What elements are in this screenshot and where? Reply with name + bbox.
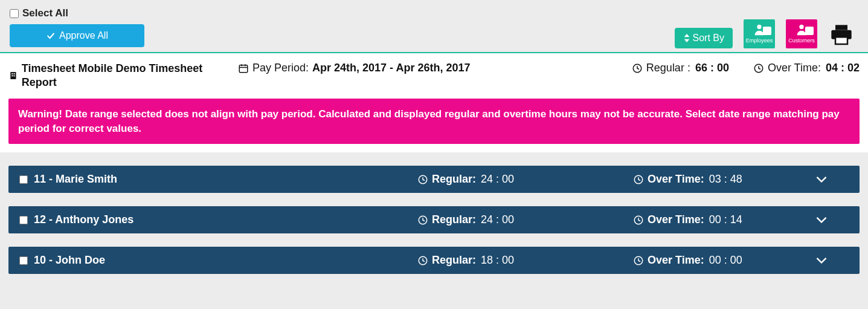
summary-regular-label: Regular : — [646, 62, 690, 74]
regular-label: Regular: — [432, 173, 476, 186]
summary-overtime-value: 04 : 02 — [826, 62, 860, 74]
svg-rect-6 — [835, 37, 847, 44]
select-all-checkbox[interactable] — [10, 9, 19, 18]
check-icon — [46, 31, 56, 41]
report-title: Timesheet Mobile Demo Timesheet Report — [8, 62, 214, 90]
warning-banner: Warning! Date range selected does not al… — [8, 99, 860, 145]
svg-point-2 — [757, 25, 761, 29]
svg-rect-8 — [11, 73, 13, 74]
regular-value: 24 : 00 — [481, 173, 514, 186]
export-employees-button[interactable]: Employees — [744, 19, 775, 48]
svg-rect-9 — [14, 73, 15, 74]
excel-icon — [763, 27, 771, 35]
overtime-value: 03 : 48 — [709, 173, 742, 186]
clock-icon — [417, 174, 428, 185]
pay-period-value: Apr 24th, 2017 - Apr 26th, 2017 — [312, 62, 470, 74]
approve-all-button[interactable]: Approve All — [10, 24, 144, 47]
clock-icon — [633, 215, 644, 226]
excel-icon — [805, 27, 814, 35]
clock-icon — [633, 255, 644, 266]
employee-row[interactable]: 12 - Anthony Jones Regular: 24 : 00 Over… — [8, 206, 860, 233]
summary-regular-value: 66 : 00 — [695, 62, 729, 74]
summary-overtime-label: Over Time: — [768, 62, 821, 74]
employee-row[interactable]: 10 - John Doe Regular: 18 : 00 Over Time… — [8, 247, 860, 274]
employee-name: 12 - Anthony Jones — [34, 213, 133, 226]
svg-marker-1 — [684, 39, 689, 42]
regular-label: Regular: — [432, 213, 476, 226]
overtime-label: Over Time: — [648, 213, 704, 226]
select-all-label: Select All — [22, 7, 68, 19]
clock-icon — [417, 255, 428, 266]
employee-checkbox[interactable] — [19, 175, 28, 184]
top-controls: Select All Approve All Sort By Employees… — [0, 0, 868, 52]
summary-overtime: Over Time: 04 : 02 — [753, 62, 860, 74]
building-icon — [8, 70, 18, 81]
svg-rect-10 — [11, 76, 13, 77]
svg-rect-7 — [10, 72, 16, 79]
svg-point-3 — [799, 25, 803, 29]
right-actions: Sort By Employees Customers — [675, 19, 855, 48]
summary-regular: Regular : 66 : 00 — [632, 62, 729, 74]
svg-rect-4 — [835, 25, 847, 30]
chevron-down-icon[interactable] — [815, 216, 828, 224]
employee-row[interactable]: 11 - Marie Smith Regular: 24 : 00 Over T… — [8, 166, 860, 193]
warning-text: Warning! Date range selected does not al… — [18, 108, 840, 134]
print-button[interactable] — [828, 22, 855, 48]
regular-value: 18 : 00 — [481, 254, 514, 267]
select-all-row: Select All — [10, 7, 858, 19]
summary-row: Timesheet Mobile Demo Timesheet Report P… — [8, 62, 860, 90]
regular-value: 24 : 00 — [481, 213, 514, 226]
regular-label: Regular: — [432, 254, 476, 267]
overtime-label: Over Time: — [648, 254, 704, 267]
export-customers-label: Customers — [788, 37, 815, 44]
sort-by-label: Sort By — [693, 33, 724, 44]
employee-name: 10 - John Doe — [34, 254, 105, 267]
overtime-label: Over Time: — [648, 173, 704, 186]
employee-name: 11 - Marie Smith — [34, 173, 117, 186]
chevron-down-icon[interactable] — [815, 256, 828, 265]
clock-icon — [633, 174, 644, 185]
employee-checkbox[interactable] — [19, 256, 28, 265]
report-panel: Timesheet Mobile Demo Timesheet Report P… — [0, 52, 868, 152]
sort-icon — [683, 34, 690, 42]
export-customers-button[interactable]: Customers — [786, 19, 817, 48]
sort-by-button[interactable]: Sort By — [675, 28, 733, 48]
overtime-value: 00 : 00 — [709, 254, 742, 267]
pay-period: Pay Period: Apr 24th, 2017 - Apr 26th, 2… — [238, 62, 471, 74]
employee-checkbox[interactable] — [19, 216, 28, 224]
clock-icon — [753, 63, 764, 74]
approve-all-label: Approve All — [59, 30, 108, 41]
clock-icon — [632, 63, 643, 74]
printer-icon — [829, 23, 854, 47]
svg-marker-0 — [684, 34, 689, 37]
svg-rect-12 — [239, 65, 248, 72]
svg-rect-11 — [14, 76, 15, 77]
calendar-icon — [238, 63, 249, 74]
overtime-value: 00 : 14 — [709, 213, 742, 226]
pay-period-label: Pay Period: — [252, 62, 309, 74]
chevron-down-icon[interactable] — [815, 175, 828, 184]
employee-rows: 11 - Marie Smith Regular: 24 : 00 Over T… — [0, 152, 868, 298]
report-title-text: Timesheet Mobile Demo Timesheet Report — [22, 62, 214, 90]
clock-icon — [417, 215, 428, 226]
export-employees-label: Employees — [746, 37, 773, 44]
